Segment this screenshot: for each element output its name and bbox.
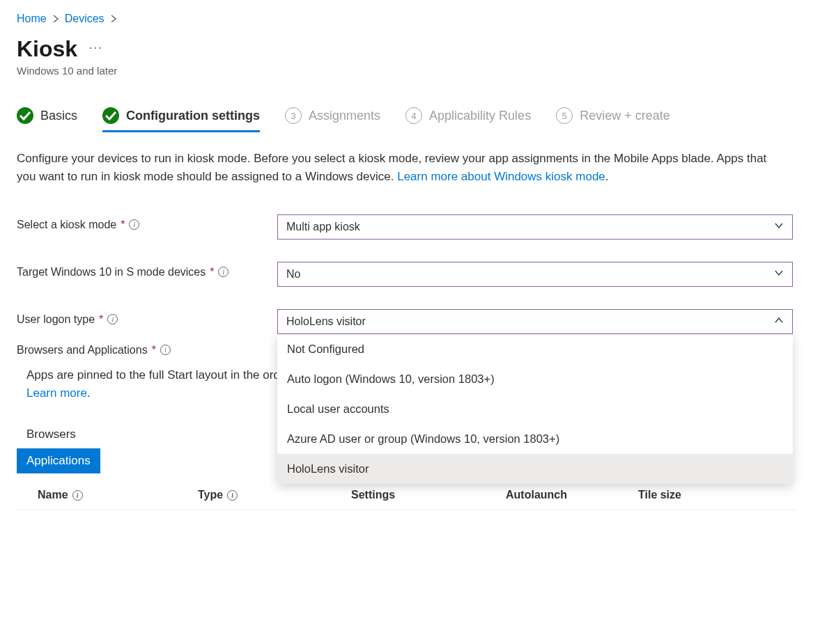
select-value: HoloLens visitor (286, 315, 366, 328)
wizard-tabs: Basics Configuration settings 3 Assignme… (17, 107, 796, 132)
column-header-tilesize[interactable]: Tile size (638, 489, 750, 501)
tab-basics[interactable]: Basics (17, 107, 77, 131)
breadcrumb: Home Devices (17, 13, 796, 25)
apps-table-header: Name i Type i Settings Autolaunch Tile s… (17, 479, 796, 510)
info-icon[interactable]: i (72, 490, 83, 501)
required-asterisk: * (210, 266, 214, 278)
column-header-type[interactable]: Type i (198, 489, 351, 501)
dropdown-option[interactable]: HoloLens visitor (277, 454, 793, 484)
dropdown-option[interactable]: Auto logon (Windows 10, version 1803+) (277, 364, 793, 394)
tab-label: Review + create (580, 109, 670, 123)
checkmark-icon (17, 107, 33, 124)
column-header-name[interactable]: Name i (38, 489, 198, 501)
step-number-badge: 3 (285, 107, 302, 124)
logon-type-dropdown: Not Configured Auto logon (Windows 10, v… (277, 334, 793, 484)
required-asterisk: * (152, 344, 156, 356)
checkmark-icon (102, 107, 119, 124)
step-number-badge: 5 (556, 107, 573, 124)
more-actions-button[interactable]: ··· (88, 40, 103, 58)
dropdown-option[interactable]: Local user accounts (277, 394, 793, 424)
dropdown-option[interactable]: Azure AD user or group (Windows 10, vers… (277, 424, 793, 454)
required-asterisk: * (99, 313, 103, 326)
breadcrumb-devices[interactable]: Devices (65, 13, 104, 25)
kiosk-mode-label: Select a kiosk mode * i (17, 214, 277, 231)
info-icon[interactable]: i (129, 219, 139, 230)
select-value: No (286, 268, 300, 281)
subtab-browsers[interactable]: Browsers (26, 421, 98, 448)
tab-applicability-rules[interactable]: 4 Applicability Rules (405, 107, 531, 131)
s-mode-select[interactable]: No (277, 262, 793, 287)
select-value: Multi app kiosk (286, 221, 360, 233)
column-header-settings[interactable]: Settings (351, 489, 506, 501)
tab-label: Applicability Rules (429, 109, 531, 123)
chevron-right-icon (52, 13, 59, 24)
breadcrumb-home[interactable]: Home (17, 13, 47, 25)
tab-review-create[interactable]: 5 Review + create (556, 107, 670, 131)
column-header-autolaunch[interactable]: Autolaunch (506, 489, 638, 501)
tab-label: Basics (40, 109, 77, 123)
page-title: Kiosk (17, 36, 77, 62)
chevron-up-icon (774, 315, 784, 328)
logon-type-select[interactable]: HoloLens visitor (277, 309, 793, 334)
learn-more-link[interactable]: Learn more (26, 386, 87, 400)
learn-more-link[interactable]: Learn more about Windows kiosk mode (397, 170, 605, 183)
required-asterisk: * (121, 219, 125, 231)
info-icon[interactable]: i (107, 314, 118, 324)
description-text: Configure your devices to run in kiosk m… (17, 150, 769, 187)
tab-configuration-settings[interactable]: Configuration settings (102, 107, 260, 131)
step-number-badge: 4 (405, 107, 422, 124)
info-icon[interactable]: i (160, 345, 171, 355)
dropdown-option[interactable]: Not Configured (277, 334, 793, 364)
chevron-down-icon (774, 268, 784, 281)
tab-label: Configuration settings (126, 109, 260, 123)
tab-label: Assignments (309, 109, 380, 123)
tab-assignments[interactable]: 3 Assignments (285, 107, 380, 131)
subtab-applications[interactable]: Applications (17, 448, 100, 473)
chevron-right-icon (110, 13, 117, 24)
logon-type-label: User logon type * i (17, 309, 277, 326)
kiosk-mode-select[interactable]: Multi app kiosk (277, 214, 793, 239)
s-mode-label: Target Windows 10 in S mode devices * i (17, 262, 277, 278)
info-icon[interactable]: i (218, 267, 229, 277)
info-icon[interactable]: i (227, 490, 238, 501)
chevron-down-icon (774, 221, 784, 233)
page-subtitle: Windows 10 and later (17, 65, 796, 77)
